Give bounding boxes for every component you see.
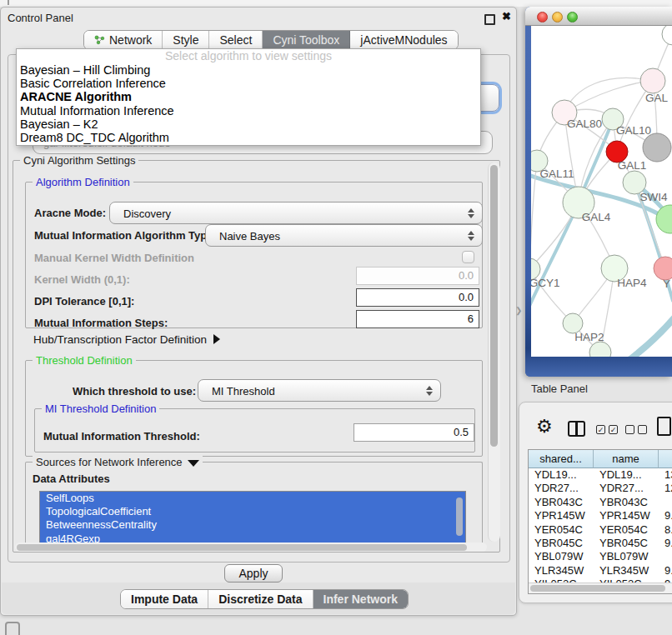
- tab-jactivemnodules[interactable]: jActiveMNodules: [350, 31, 457, 49]
- algorithm-dropdown-options: Bayesian – Hill ClimbingBasic Correlatio…: [17, 63, 480, 144]
- column-header-a[interactable]: A: [659, 450, 672, 468]
- cyni-bottom-tabstrip: Impute DataDiscretize DataInfer Network: [120, 589, 409, 609]
- table-row[interactable]: YDR27...YDR27...12: [529, 482, 672, 495]
- tab-cyni-toolbox[interactable]: Cyni Toolbox: [263, 31, 350, 49]
- table-row[interactable]: YBL079WYBL079W: [529, 550, 672, 563]
- scrollbar-thumb[interactable]: [17, 544, 467, 551]
- table-cell: YPR145W: [529, 509, 594, 522]
- deselect-all-icon[interactable]: [625, 425, 647, 434]
- table-panel: ⚙ ✓ ✓ shared...nameA YDL19...YDL19...13Y…: [519, 402, 672, 603]
- network-node-label: GAL: [645, 92, 669, 104]
- network-node-label: GAL4: [582, 211, 611, 223]
- manual-kernel-checkbox[interactable]: [462, 251, 474, 263]
- table-cell: YBR043C: [594, 496, 659, 509]
- table-row[interactable]: YBR045CYBR045C9.: [529, 537, 672, 550]
- expand-right-icon: [213, 334, 220, 344]
- list-scrollbar-thumb[interactable]: [456, 498, 463, 536]
- combo-stepper-icon: [468, 231, 474, 241]
- gear-icon[interactable]: ⚙: [536, 418, 553, 436]
- bottom-tab-discretize-data[interactable]: Discretize Data: [208, 590, 313, 608]
- close-icon[interactable]: ✖: [502, 10, 511, 22]
- cyni-algorithm-settings-group: Cyni Algorithm Settings Algorithm Defini…: [13, 160, 500, 552]
- table-cell: 13: [659, 468, 672, 482]
- close-traffic-light[interactable]: [537, 12, 548, 22]
- file-icon[interactable]: [657, 417, 671, 436]
- algorithm-option-dream8-dc-tdc-algorithm[interactable]: Dream8 DC_TDC Algorithm: [17, 131, 480, 144]
- kernel-width-field[interactable]: 0.0: [356, 267, 479, 285]
- table-cell: YBR043C: [529, 496, 594, 509]
- hub-definition-toggle[interactable]: Hub/Transcription Factor Definition: [33, 333, 220, 346]
- algorithm-option-bayesian-k2[interactable]: Bayesian – K2: [17, 118, 480, 131]
- aracne-mode-combo[interactable]: Discovery: [109, 202, 483, 224]
- table-cell: 12: [659, 482, 672, 495]
- data-attribute-item[interactable]: BetweennessCentrality: [40, 518, 465, 532]
- table-cell: 9.: [659, 537, 672, 550]
- network-node[interactable]: [589, 342, 611, 357]
- table-cell: YDL19...: [529, 468, 594, 482]
- table-cell: 9.: [659, 509, 672, 522]
- settings-horizontal-scrollbar: [15, 542, 487, 552]
- algorithm-option-bayesian-hill-climbing[interactable]: Bayesian – Hill Climbing: [17, 63, 480, 77]
- mi-threshold-group-title: MI Threshold Definition: [42, 402, 159, 415]
- algorithm-option-aracne-algorithm[interactable]: ARACNE Algorithm: [17, 90, 480, 103]
- table-horizontal-scrollbar: [529, 582, 672, 593]
- table-row[interactable]: YPR145WYPR145W9.: [529, 509, 672, 522]
- grid-corner-icon[interactable]: [5, 622, 20, 635]
- network-node-y[interactable]: [654, 257, 672, 280]
- mi-steps-field[interactable]: 6: [356, 310, 479, 328]
- network-node-gal[interactable]: [640, 68, 665, 93]
- mi-steps-label: Mutual Information Steps:: [34, 317, 168, 329]
- minimize-traffic-light[interactable]: [552, 12, 563, 22]
- mi-threshold-field[interactable]: 0.5: [354, 423, 474, 442]
- settings-vertical-scrollbar: [488, 162, 500, 542]
- table-cell: 9.: [659, 564, 672, 578]
- tab-network[interactable]: Network: [84, 31, 163, 49]
- column-header-name[interactable]: name: [594, 450, 659, 468]
- restore-icon[interactable]: [484, 14, 495, 25]
- sources-group-title[interactable]: Sources for Network Inference: [33, 456, 203, 468]
- table-row[interactable]: YDL19...YDL19...13: [529, 468, 672, 482]
- network-node[interactable]: [662, 26, 672, 45]
- table-panel-title: Table Panel: [531, 382, 588, 395]
- zoom-traffic-light[interactable]: [567, 12, 578, 22]
- algorithm-option-mutual-information-inference[interactable]: Mutual Information Inference: [17, 104, 480, 118]
- table-row[interactable]: YLR345WYLR345W9.: [529, 564, 672, 578]
- select-all-icon[interactable]: ✓ ✓: [596, 425, 618, 434]
- table-cell: YLR345W: [529, 564, 594, 578]
- split-columns-icon[interactable]: [568, 421, 585, 437]
- which-threshold-combo[interactable]: MI Threshold: [198, 379, 441, 402]
- network-node[interactable]: [656, 205, 672, 233]
- scrollbar-thumb[interactable]: [530, 585, 665, 592]
- data-attribute-item[interactable]: SelfLoops: [40, 492, 465, 505]
- settings-group-title: Cyni Algorithm Settings: [20, 154, 138, 167]
- network-icon: [94, 35, 105, 45]
- which-threshold-label: Which threshold to use:: [73, 385, 196, 398]
- network-canvas-svg: GALGAL80GAL10GAL1GAL11SWI4GAL4GCY1HAP4YH…: [531, 26, 672, 357]
- data-attribute-item[interactable]: TopologicalCoefficient: [40, 505, 465, 518]
- table-cell: YDR27...: [594, 482, 659, 495]
- table-row[interactable]: YER054CYER054C8.: [529, 523, 672, 537]
- bottom-tab-infer-network[interactable]: Infer Network: [313, 590, 408, 608]
- mi-algorithm-type-combo[interactable]: Naive Bayes: [205, 224, 483, 247]
- table-header-row: shared...nameA: [529, 450, 672, 468]
- network-node-label: GAL11: [539, 168, 574, 180]
- table-row[interactable]: YBR043CYBR043C: [529, 496, 672, 509]
- dpi-tolerance-field[interactable]: 0.0: [356, 288, 479, 307]
- algorithm-option-basic-correlation-inference[interactable]: Basic Correlation Inference: [17, 77, 480, 90]
- data-attribute-item[interactable]: gal4RGexp: [40, 532, 465, 543]
- tab-style[interactable]: Style: [163, 31, 209, 49]
- apply-button[interactable]: Apply: [224, 564, 283, 582]
- algorithm-dropdown-prompt: Select algorithm to view settings: [17, 49, 480, 63]
- table-cell: [659, 550, 672, 563]
- mi-threshold-group: MI Threshold Definition Mutual Informati…: [34, 408, 475, 452]
- tab-select[interactable]: Select: [209, 31, 263, 49]
- desktop: Control Panel ✖ NetworkStyleSelectCyni T…: [0, 0, 672, 635]
- network-node[interactable]: [643, 133, 671, 162]
- column-header-shared[interactable]: shared...: [529, 450, 594, 468]
- dpi-tolerance-label: DPI Tolerance [0,1]:: [34, 295, 134, 308]
- bottom-tab-impute-data[interactable]: Impute Data: [121, 590, 208, 608]
- scrollbar-thumb[interactable]: [490, 165, 498, 447]
- data-attributes-label: Data Attributes: [33, 472, 110, 485]
- network-canvas[interactable]: GALGAL80GAL10GAL1GAL11SWI4GAL4GCY1HAP4YH…: [531, 26, 672, 357]
- split-pane-collapse-arrow[interactable]: ❯: [515, 306, 522, 315]
